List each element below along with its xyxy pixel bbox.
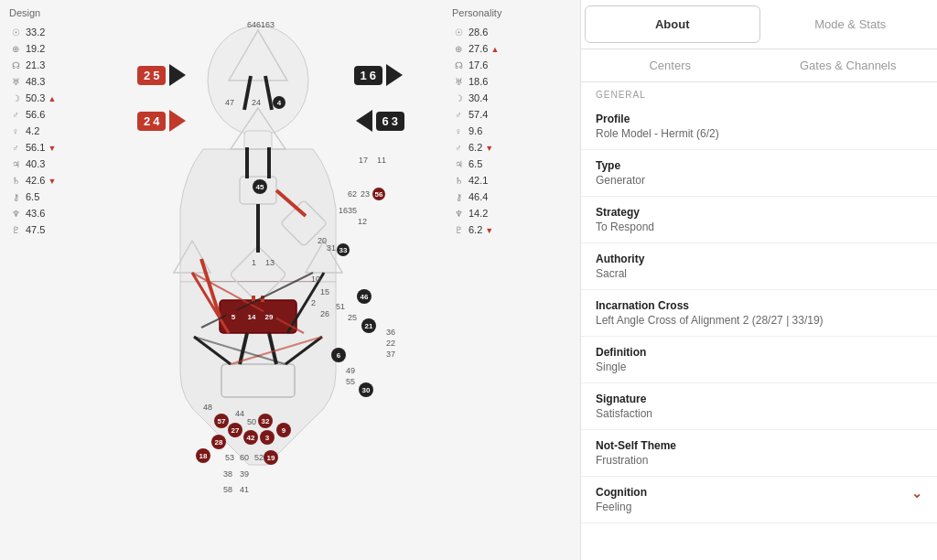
info-row: Not-Self Theme Frustration <box>581 430 937 477</box>
info-value: Feeling <box>596 501 922 513</box>
design-value: 48.3 <box>26 76 45 87</box>
svg-text:28: 28 <box>215 438 223 447</box>
info-row: Incarnation Cross Left Angle Cross of Al… <box>581 290 937 337</box>
svg-text:51: 51 <box>336 302 345 311</box>
svg-text:12: 12 <box>358 217 367 226</box>
info-content: Profile Role Model - Hermit (6/2) Type G… <box>581 103 937 560</box>
personality-value: 14.2 <box>468 208 488 219</box>
planet-icon: ☊ <box>9 59 22 71</box>
planet-icon: ♆ <box>9 207 22 220</box>
info-label: Incarnation Cross <box>596 299 922 312</box>
personality-item: ♃6.5 <box>448 156 575 172</box>
personality-item: ☉28.6 <box>448 24 575 40</box>
svg-text:49: 49 <box>346 366 355 375</box>
svg-text:38: 38 <box>223 469 232 479</box>
planet-icon: ♀ <box>452 124 465 137</box>
svg-text:29: 29 <box>265 313 274 321</box>
design-item: ⚷6.5 <box>5 188 68 205</box>
personality-item: ♀9.6 <box>448 123 575 139</box>
svg-text:58: 58 <box>223 485 232 494</box>
svg-text:31: 31 <box>327 243 336 253</box>
svg-text:63: 63 <box>265 20 275 29</box>
tab-centers[interactable]: Centers <box>581 49 759 81</box>
svg-text:18: 18 <box>199 452 208 460</box>
info-label: Signature <box>596 393 922 405</box>
planet-icon: ☽ <box>452 92 465 104</box>
svg-text:52: 52 <box>254 453 264 462</box>
design-item: ☉33.2 <box>5 24 68 40</box>
design-item: ☊21.3 <box>5 57 68 73</box>
personality-item: ⊕27.6 ▲ <box>448 40 575 57</box>
svg-text:47: 47 <box>225 98 234 107</box>
design-item: ♂56.1 ▼ <box>5 139 68 156</box>
planet-icon: ☊ <box>452 59 465 71</box>
planet-icon: ⚷ <box>452 190 465 203</box>
personality-value: 42.1 <box>468 175 488 186</box>
svg-text:45: 45 <box>256 183 264 191</box>
svg-text:13: 13 <box>265 258 275 267</box>
body-graph: 64 61 63 47 24 4 17 11 45 62 23 56 16 35 <box>112 7 404 520</box>
svg-text:53: 53 <box>225 453 234 462</box>
planet-icon: ♄ <box>9 174 22 187</box>
design-item: ♄42.6 ▼ <box>5 172 68 188</box>
info-row: Strategy To Respond <box>581 197 937 243</box>
design-value: 19.2 <box>26 43 45 54</box>
tab-bar-row2: Centers Gates & Channels <box>581 49 937 82</box>
svg-text:44: 44 <box>235 409 244 418</box>
planet-icon: ♅ <box>452 75 465 88</box>
design-value: 43.6 <box>26 208 45 219</box>
planet-icon: ⚷ <box>9 190 22 203</box>
info-value: Generator <box>596 174 922 187</box>
svg-text:19: 19 <box>267 454 275 462</box>
info-label: Definition <box>596 346 922 359</box>
svg-text:64: 64 <box>247 20 256 29</box>
tab-gates-channels[interactable]: Gates & Channels <box>759 49 938 81</box>
planet-icon: ♆ <box>452 207 465 220</box>
planet-icon: ☉ <box>9 26 22 38</box>
svg-text:36: 36 <box>386 328 395 337</box>
personality-panel: Personality ☉28.6⊕27.6 ▲☊17.6♅18.6☽30.4♂… <box>443 0 580 560</box>
info-label: Cognition⌄ <box>596 486 922 499</box>
personality-item: ♄42.1 <box>448 172 575 188</box>
svg-text:11: 11 <box>377 156 386 165</box>
bottom-right-arrow: 63 <box>356 110 404 132</box>
personality-value: 28.6 <box>468 27 488 38</box>
info-value: Role Model - Hermit (6/2) <box>596 127 922 140</box>
info-row: Signature Satisfaction <box>581 383 937 430</box>
svg-text:57: 57 <box>218 417 226 425</box>
design-item: ♅48.3 <box>5 73 68 90</box>
design-value: 21.3 <box>26 59 45 70</box>
info-label: Profile <box>596 113 922 125</box>
info-row: Cognition⌄ Feeling <box>581 477 937 523</box>
personality-value: 18.6 <box>468 76 488 87</box>
planet-icon: ♃ <box>9 157 22 170</box>
svg-text:6: 6 <box>337 351 341 360</box>
design-value: 42.6 ▼ <box>26 175 56 186</box>
body-graph-panel: 64 61 63 47 24 4 17 11 45 62 23 56 16 35 <box>73 0 443 560</box>
planet-icon: ☽ <box>9 92 22 104</box>
personality-item: ☊17.6 <box>448 57 575 73</box>
personality-item: ⚷46.4 <box>448 188 575 205</box>
info-row: Profile Role Model - Hermit (6/2) <box>581 103 937 150</box>
svg-text:32: 32 <box>262 417 270 425</box>
design-value: 50.3 ▲ <box>26 92 56 103</box>
personality-title: Personality <box>448 7 575 18</box>
design-panel: Design ☉33.2⊕19.2☊21.3♅48.3☽50.3 ▲♂56.6♀… <box>0 0 73 560</box>
personality-value: 17.6 <box>468 59 488 70</box>
svg-text:50: 50 <box>247 417 256 426</box>
planet-icon: ⊕ <box>9 42 22 55</box>
svg-text:5: 5 <box>232 313 236 321</box>
svg-text:4: 4 <box>277 99 282 107</box>
svg-text:56: 56 <box>375 190 383 199</box>
personality-item: ♇6.2 ▼ <box>448 221 575 238</box>
personality-value: 9.6 <box>468 125 482 136</box>
planet-icon: ♀ <box>9 124 22 137</box>
tab-mode-stats[interactable]: Mode & Stats <box>764 0 938 48</box>
svg-text:1: 1 <box>252 258 256 267</box>
design-title: Design <box>5 7 68 18</box>
design-value: 47.5 <box>26 224 45 235</box>
tab-about[interactable]: About <box>585 5 760 43</box>
svg-text:55: 55 <box>346 377 355 386</box>
personality-value: 30.4 <box>468 92 488 103</box>
svg-text:33: 33 <box>339 246 348 254</box>
